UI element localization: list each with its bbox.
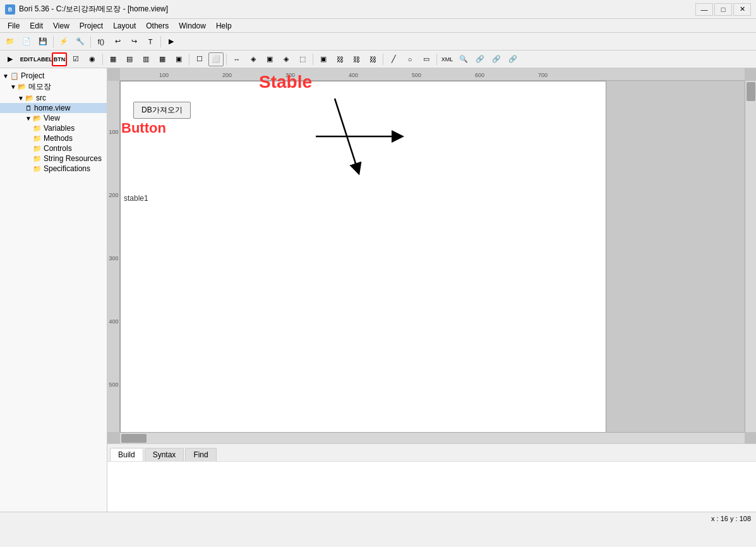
tree-label-variables: Variables <box>44 124 75 133</box>
tree-label-homeview: home.view <box>34 104 70 112</box>
bottom-content <box>107 461 756 512</box>
tree-memopad[interactable]: ▼ 📂 메모장 <box>0 81 107 93</box>
tab-syntax[interactable]: Syntax <box>145 448 184 461</box>
comp-link-a[interactable]: 🔗 <box>472 52 488 66</box>
ruler-tick-400: 400 <box>349 72 358 78</box>
comp-find[interactable]: 🔍 <box>456 52 471 66</box>
toolbar-text[interactable]: T <box>143 35 158 49</box>
status-bar: x : 16 y : 108 <box>0 512 756 524</box>
tree-methods[interactable]: 📁 Methods <box>0 133 107 143</box>
tree-controls[interactable]: 📁 Controls <box>0 143 107 153</box>
tree-label-methods: Methods <box>44 134 73 143</box>
tree-label-memopad: 메모장 <box>28 81 51 92</box>
editor-area: 100 200 300 400 500 600 700 100 200 300 … <box>107 68 756 512</box>
left-panel: ▼ 📋 Project ▼ 📂 메모장 ▼ 📂 src 🗒 home.view <box>0 68 107 512</box>
comp-link-b[interactable]: 🔗 <box>489 52 504 66</box>
scrollbar-bottom[interactable] <box>120 432 745 443</box>
comp-combo[interactable]: ▣ <box>262 52 277 66</box>
tree-label-project: Project <box>21 71 44 80</box>
comp-select[interactable]: ▶ <box>3 52 18 66</box>
comp-tab[interactable]: ☐ <box>192 52 207 66</box>
toolbar-redo[interactable]: ↪ <box>126 35 141 49</box>
toolbar-undo[interactable]: ↩ <box>110 35 125 49</box>
menu-help[interactable]: Help <box>211 20 237 32</box>
ruler-left: 100 200 300 400 500 <box>107 81 120 432</box>
tree-homeview[interactable]: 🗒 home.view <box>0 103 107 113</box>
toolbar-open[interactable]: 📁 <box>3 35 18 49</box>
menu-view[interactable]: View <box>48 20 75 32</box>
minimize-button[interactable]: — <box>695 3 713 16</box>
comp-spin[interactable]: ◈ <box>246 52 261 66</box>
db-fetch-button[interactable]: DB가져오기 <box>133 102 191 119</box>
tree-specifications[interactable]: 📁 Specifications <box>0 164 107 174</box>
comp-link3[interactable]: ⛓ <box>365 52 380 66</box>
comp-canvas[interactable]: ⬚ <box>295 52 310 66</box>
status-coords: x : 16 y : 108 <box>711 515 751 522</box>
comp-grid1[interactable]: ▦ <box>105 52 121 66</box>
tree-label-src: src <box>36 93 46 102</box>
ruler-num-100: 100 <box>108 129 119 135</box>
tree-label-controls: Controls <box>44 144 72 153</box>
comp-xml[interactable]: XML <box>440 52 455 66</box>
tree-label-view: View <box>44 114 60 123</box>
canvas-bg: DB가져오기 stable1 <box>120 81 745 432</box>
menu-project[interactable]: Project <box>75 20 108 32</box>
main-toolbar: 📁 📄 💾 ⚡ 🔧 f() ↩ ↪ T ▶ <box>0 33 756 51</box>
ruler-num-500: 500 <box>108 382 119 388</box>
tree-view[interactable]: ▼ 📂 View <box>0 113 107 123</box>
menu-edit[interactable]: Edit <box>25 20 48 32</box>
ruler-tick-300: 300 <box>285 72 295 78</box>
comp-box[interactable]: ▣ <box>171 52 186 66</box>
tree-string-resources[interactable]: 📁 String Resources <box>0 153 107 164</box>
ruler-top: 100 200 300 400 500 600 700 <box>120 68 745 81</box>
ruler-tick-100: 100 <box>159 72 169 78</box>
toolbar-debug[interactable]: 🔧 <box>73 35 88 49</box>
comp-grid3[interactable]: ▥ <box>138 52 153 66</box>
tree-src[interactable]: ▼ 📂 src <box>0 93 107 103</box>
comp-scroll[interactable]: ↔ <box>229 52 244 66</box>
menu-file[interactable]: File <box>3 20 25 32</box>
ruler-tick-600: 600 <box>475 72 484 78</box>
comp-rect[interactable]: ▭ <box>419 52 434 66</box>
tab-build[interactable]: Build <box>110 448 143 461</box>
toolbar-new[interactable]: 📄 <box>19 35 34 49</box>
comp-edit[interactable]: EDIT <box>19 52 34 66</box>
app-icon: B <box>5 4 15 15</box>
comp-circle[interactable]: ○ <box>402 52 417 66</box>
close-button[interactable]: ✕ <box>733 3 751 16</box>
toolbar-run[interactable]: ⚡ <box>56 35 71 49</box>
comp-check[interactable]: ☑ <box>68 52 83 66</box>
comp-extra[interactable]: 🔗 <box>505 52 520 66</box>
tree-label-string-resources: String Resources <box>44 154 102 163</box>
menu-layout[interactable]: Layout <box>108 20 141 32</box>
tree-variables[interactable]: 📁 Variables <box>0 123 107 133</box>
design-canvas[interactable]: DB가져오기 stable1 <box>120 81 606 432</box>
comp-link1[interactable]: ⛓ <box>332 52 347 66</box>
comp-tree[interactable]: ◈ <box>279 52 294 66</box>
ruler-num-400: 400 <box>108 318 119 325</box>
comp-btn[interactable]: BTN <box>52 52 67 66</box>
comp-panel[interactable]: ⬜ <box>208 52 224 66</box>
comp-img[interactable]: ▣ <box>316 52 331 66</box>
menu-window[interactable]: Window <box>174 20 211 32</box>
menu-others[interactable]: Others <box>141 20 174 32</box>
main-area: ▼ 📋 Project ▼ 📂 메모장 ▼ 📂 src 🗒 home.view <box>0 68 756 512</box>
comp-line[interactable]: ╱ <box>386 52 401 66</box>
ruler-num-300: 300 <box>108 255 119 261</box>
comp-grid4[interactable]: ▦ <box>155 52 170 66</box>
toolbar-play[interactable]: ▶ <box>164 35 179 49</box>
scrollbar-right[interactable] <box>745 81 756 432</box>
canvas-wrapper: 100 200 300 400 500 600 700 100 200 300 … <box>107 68 756 443</box>
tab-find[interactable]: Find <box>185 448 216 461</box>
comp-link2[interactable]: ⛓ <box>349 52 364 66</box>
tree-label-specifications: Specifications <box>44 164 90 173</box>
comp-grid2[interactable]: ▤ <box>122 52 137 66</box>
tree-project[interactable]: ▼ 📋 Project <box>0 71 107 81</box>
comp-label[interactable]: LABEL <box>35 52 51 66</box>
toolbar-save[interactable]: 💾 <box>35 35 51 49</box>
canvas-stable-label: stable1 <box>124 194 148 203</box>
maximize-button[interactable]: □ <box>714 3 732 16</box>
comp-radio[interactable]: ◉ <box>85 52 100 66</box>
component-bar: ▶ EDIT LABEL BTN ☑ ◉ ▦ ▤ ▥ ▦ ▣ ☐ ⬜ ↔ ◈ ▣… <box>0 51 756 68</box>
toolbar-formula[interactable]: f() <box>93 35 109 49</box>
